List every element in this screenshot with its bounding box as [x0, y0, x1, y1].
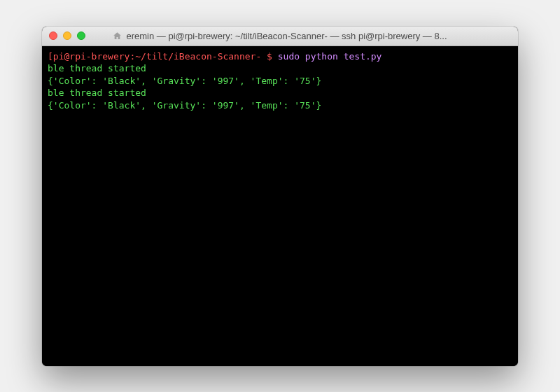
title-content: eremin — pi@rpi-brewery: ~/tilt/iBeacon-… — [42, 31, 518, 41]
prompt-line: [pi@rpi-brewery:~/tilt/iBeacon-Scanner- … — [48, 50, 512, 63]
output-line: ble thread started — [48, 87, 512, 99]
shell-command: sudo python test.py — [278, 51, 382, 62]
terminal-body[interactable]: [pi@rpi-brewery:~/tilt/iBeacon-Scanner- … — [42, 46, 518, 366]
minimize-button[interactable] — [63, 31, 71, 40]
output-line: {'Color': 'Black', 'Gravity': '997', 'Te… — [48, 75, 512, 88]
output-line: ble thread started — [48, 62, 512, 75]
output-line: {'Color': 'Black', 'Gravity': '997', 'Te… — [48, 99, 512, 112]
terminal-window: eremin — pi@rpi-brewery: ~/tilt/iBeacon-… — [42, 27, 518, 366]
titlebar[interactable]: eremin — pi@rpi-brewery: ~/tilt/iBeacon-… — [42, 27, 518, 46]
shell-prompt: [pi@rpi-brewery:~/tilt/iBeacon-Scanner- … — [48, 51, 278, 62]
home-icon — [113, 31, 122, 41]
traffic-lights — [49, 31, 85, 40]
zoom-button[interactable] — [77, 31, 85, 40]
close-button[interactable] — [49, 31, 57, 40]
window-title: eremin — pi@rpi-brewery: ~/tilt/iBeacon-… — [126, 31, 447, 41]
